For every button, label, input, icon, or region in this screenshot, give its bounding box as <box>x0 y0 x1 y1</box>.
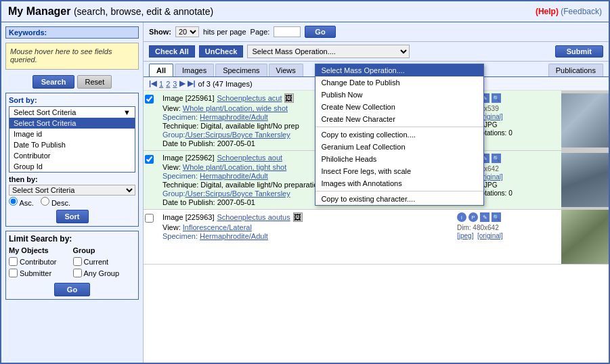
row3-title-link[interactable]: Schoenplectus aoutus <box>217 213 290 221</box>
any-group-row: Any Group <box>73 269 136 277</box>
content-area: Show: 20 hits per page Page: Go Check Al… <box>144 22 609 363</box>
my-objects-header: My Objects <box>9 246 72 254</box>
flag-icon-3[interactable]: P <box>469 212 478 222</box>
asc-radio[interactable] <box>9 197 18 206</box>
row3-title-row: Image [225963] Schoenplectus aoutus 🖼 <box>162 212 449 222</box>
dropdown-item-1[interactable]: Change Date to Publish <box>315 76 483 89</box>
search-button[interactable]: Search <box>32 75 75 89</box>
action-bar: Check All UnCheck Select Mass Operation.… <box>144 42 609 62</box>
keywords-label: Keywords: <box>5 26 139 39</box>
row3-checkbox[interactable] <box>145 214 154 223</box>
mass-op-dropdown[interactable]: Select Mass Operation.... Change Date to… <box>315 64 484 206</box>
help-link[interactable]: (Help) <box>536 7 559 16</box>
desc-radio[interactable] <box>41 197 49 206</box>
reset-button[interactable]: Reset <box>77 75 112 89</box>
row2-title-link[interactable]: Schoenplectus aout <box>217 154 282 162</box>
dropdown-item-3[interactable]: Create New Collection <box>315 101 483 113</box>
page-label: Page: <box>250 28 270 36</box>
image-label-2: Image [225962] <box>162 154 214 162</box>
asc-radio-label[interactable]: Asc. <box>9 197 34 207</box>
top-bar: Show: 20 hits per page Page: Go <box>144 22 609 42</box>
submitter-row: Submitter <box>9 269 72 277</box>
sort-criteria-list[interactable]: Select Sort Criteria ▼ Select Sort Crite… <box>9 106 135 173</box>
row2-checkbox-area <box>144 151 158 209</box>
last-page-nav[interactable]: ▶| <box>188 79 195 88</box>
dropdown-item-8[interactable]: Insect Fore legs, with scale <box>315 165 483 177</box>
submit-button[interactable]: Submit <box>555 45 603 58</box>
sort-item-imageid[interactable]: Image id <box>9 129 135 139</box>
row1-thumbnail[interactable] <box>561 91 609 150</box>
sort-item-placeholder[interactable]: Select Sort Criteria ▼ <box>9 107 135 118</box>
current-checkbox[interactable] <box>73 257 82 266</box>
show-label: Show: <box>149 28 171 36</box>
dropdown-item-7[interactable]: Philoliche Heads <box>315 153 483 165</box>
limit-go-button[interactable]: Go <box>54 283 90 296</box>
row1-image-icon[interactable]: 🖼 <box>284 93 294 103</box>
sort-item-selected[interactable]: Select Sort Criteria <box>9 118 135 129</box>
tab-specimens[interactable]: Specimens <box>215 64 267 76</box>
any-group-checkbox[interactable] <box>73 269 82 277</box>
limit-section: Limit Search by: My Objects Group Contri… <box>5 231 139 300</box>
row3-image-icon[interactable]: 🖼 <box>293 212 303 222</box>
dropdown-item-6[interactable]: Geranium Leaf Collection <box>315 141 483 153</box>
feedback-link[interactable]: (Feedback) <box>561 7 602 16</box>
page-go-button[interactable]: Go <box>305 26 335 38</box>
sort-item-groupid[interactable]: Group Id <box>9 161 135 172</box>
page-2-link[interactable]: 2 <box>166 80 170 88</box>
then-by-select[interactable]: Select Sort Criteria <box>9 185 135 196</box>
row1-title-link[interactable]: Schoenplectus acut <box>217 94 282 102</box>
check-all-button[interactable]: Check All <box>149 45 195 58</box>
edit-icon-3[interactable]: ✎ <box>480 212 489 222</box>
sort-item-datetopublish[interactable]: Date To Publish <box>9 139 135 150</box>
dropdown-item-2[interactable]: Publish Now <box>315 89 483 101</box>
row2-checkbox[interactable] <box>145 155 154 164</box>
search-icon-1[interactable]: 🔍 <box>492 93 501 103</box>
dropdown-item-10[interactable]: Copy to existing character.... <box>315 193 483 205</box>
row3-meta: i P ✎ 🔍 Dim: 480x642 [jpeg] [original] <box>453 210 561 264</box>
first-page-nav[interactable]: |◀ <box>149 79 156 88</box>
uncheck-button[interactable]: UnCheck <box>199 45 244 58</box>
header-links: (Help) (Feedback) <box>536 7 602 16</box>
desc-radio-label[interactable]: Desc. <box>41 197 70 207</box>
pagination-info: of 3 (47 Images) <box>198 80 253 88</box>
tab-views[interactable]: Views <box>269 64 303 76</box>
search-icon-3[interactable]: 🔍 <box>492 212 501 222</box>
row3-main: Image [225963] Schoenplectus aoutus 🖼 Vi… <box>158 210 453 264</box>
dropdown-item-5[interactable]: Copy to existing collection.... <box>315 129 483 141</box>
row3-specimen: Specimen: Hermaphrodite/Adult <box>162 232 449 240</box>
next-page-nav[interactable]: ▶ <box>179 79 185 88</box>
page-1-link[interactable]: 1 <box>159 80 163 88</box>
hits-per-page-select[interactable]: 20 <box>175 26 199 37</box>
info-icon-3[interactable]: i <box>457 212 466 222</box>
row3-checkbox-area <box>144 210 158 264</box>
sort-button[interactable]: Sort <box>56 210 89 223</box>
table-row: Image [225963] Schoenplectus aoutus 🖼 Vi… <box>144 210 609 265</box>
dropdown-item-4[interactable]: Create New Character <box>315 113 483 125</box>
dropdown-item-0[interactable]: Select Mass Operation.... <box>315 64 483 76</box>
page-3-link[interactable]: 3 <box>173 80 177 88</box>
tab-images[interactable]: Images <box>175 64 214 76</box>
current-row: Current <box>73 257 136 266</box>
row3-thumbnail[interactable] <box>561 210 609 264</box>
row1-checkbox[interactable] <box>145 95 154 104</box>
contributor-checkbox[interactable] <box>9 257 18 266</box>
row2-thumbnail[interactable] <box>561 151 609 209</box>
limit-title: Limit Search by: <box>9 234 135 244</box>
dropdown-sep-1 <box>315 127 483 127</box>
sort-item-contributor[interactable]: Contributor <box>9 150 135 161</box>
row3-format: [jpeg] [original] <box>457 232 557 240</box>
search-icon-2[interactable]: 🔍 <box>492 154 501 163</box>
image-label-3: Image [225963] <box>162 213 214 221</box>
image-label-1: Image [225961] <box>162 94 214 102</box>
page-input[interactable] <box>274 26 301 37</box>
mass-op-wrapper: Select Mass Operation.... Select Mass Op… <box>247 45 410 58</box>
tab-all[interactable]: All <box>149 64 173 76</box>
row3-dim: Dim: 480x642 <box>457 224 557 231</box>
then-by-label: then by: <box>9 175 135 183</box>
row3-icons: i P ✎ 🔍 <box>457 212 557 222</box>
contributor-row: Contributor <box>9 257 72 266</box>
submitter-checkbox[interactable] <box>9 269 18 277</box>
dropdown-item-9[interactable]: Images with Annotations <box>315 177 483 189</box>
tab-publications[interactable]: Publications <box>548 64 603 76</box>
mass-op-select[interactable]: Select Mass Operation.... <box>247 45 410 58</box>
